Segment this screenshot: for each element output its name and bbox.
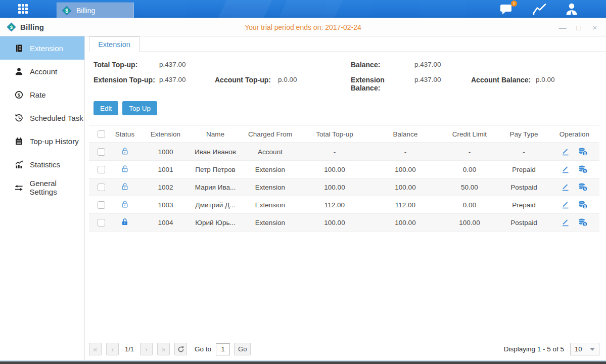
calendar-icon [15, 137, 23, 146]
total-topup-cell: 100.00 [299, 166, 370, 173]
operation-cell: $ [549, 183, 599, 192]
row-checkbox[interactable] [98, 166, 105, 173]
select-all-checkbox[interactable] [98, 130, 105, 138]
sidebar-item-account[interactable]: Account [0, 60, 84, 83]
charged-from-cell: Account [241, 148, 299, 156]
lock-open-icon [121, 147, 129, 155]
pay-type-cell: Prepaid [498, 166, 549, 173]
col-pay-type: Pay Type [498, 130, 549, 138]
credit-limit-cell: - [441, 148, 498, 156]
first-page-button[interactable]: « [89, 343, 102, 355]
messages-icon[interactable]: ! [500, 2, 515, 16]
page-size-value: 10 [575, 345, 582, 353]
edit-icon[interactable] [561, 201, 570, 209]
balance-value: p.437.00 [414, 61, 471, 69]
top-up-coins-icon[interactable]: $ [578, 147, 588, 156]
next-page-button[interactable]: › [140, 343, 153, 355]
go-button[interactable]: Go [234, 343, 251, 355]
bar-chart-icon [15, 160, 23, 169]
history-clock-icon [15, 114, 23, 122]
row-checkbox[interactable] [98, 219, 105, 226]
top-up-coins-icon[interactable]: $ [578, 165, 588, 174]
balance-label: Balance: [351, 61, 414, 69]
sidebar-item-label: Account [30, 67, 57, 76]
lock-closed-icon [121, 218, 129, 226]
col-operation: Operation [549, 130, 599, 138]
sidebar-item-scheduled-task[interactable]: Scheduled Task [0, 106, 84, 129]
user-account-icon[interactable] [565, 2, 580, 16]
reports-chart-icon[interactable] [532, 2, 547, 16]
svg-text:$: $ [65, 8, 68, 14]
edit-icon[interactable] [561, 183, 570, 192]
credit-limit-cell: 0.00 [441, 201, 498, 209]
topbar-decoration [218, 0, 272, 18]
app-grid-icon[interactable] [18, 4, 28, 14]
lock-open-icon [121, 165, 129, 173]
prev-page-button[interactable]: ‹ [106, 343, 119, 355]
col-name: Name [190, 130, 241, 138]
screen-edge [0, 361, 606, 364]
name-cell: Юрий Юрь... [190, 219, 241, 226]
credit-limit-cell: 0.00 [441, 166, 498, 173]
balance-cell: 100.00 [370, 184, 441, 191]
account-balance-label: Account Balance: [471, 76, 536, 92]
account-balance-value: p.0.00 [536, 76, 606, 92]
sidebar-item-topup-history[interactable]: Top-up History [0, 129, 84, 153]
table-row: 1002 Мария Ива... Extension 100.00 100.0… [89, 178, 599, 196]
topbar-decoration [279, 0, 343, 18]
maximize-button[interactable]: □ [575, 23, 583, 32]
person-icon [565, 2, 579, 16]
top-up-coins-icon[interactable]: $ [578, 200, 588, 209]
total-topup-cell: 112.00 [299, 201, 370, 209]
charged-from-cell: Extension [241, 184, 299, 191]
refresh-button[interactable] [174, 343, 187, 355]
last-page-button[interactable]: » [157, 343, 170, 355]
row-checkbox[interactable] [98, 201, 105, 209]
window-title-bar: $ Billing Your trial period ends on: 201… [0, 18, 606, 36]
svg-text:$: $ [18, 92, 21, 98]
top-up-coins-icon[interactable]: $ [578, 218, 588, 227]
pay-type-cell: Postpaid [498, 219, 549, 226]
col-credit-limit: Credit Limit [441, 130, 498, 138]
row-checkbox[interactable] [98, 184, 105, 191]
tab-extension[interactable]: Extension [89, 36, 139, 52]
sidebar-item-rate[interactable]: $ Rate [0, 83, 84, 106]
credit-limit-cell: 50.00 [441, 184, 498, 191]
top-up-button[interactable]: Top Up [122, 101, 157, 115]
col-status: Status [108, 130, 142, 138]
edit-icon[interactable] [561, 148, 570, 156]
page-size-select[interactable]: 10 [570, 343, 599, 355]
balance-summary: Total Top-up: p.437.00 Balance: p.437.00… [89, 61, 606, 92]
edit-icon[interactable] [561, 165, 570, 174]
sidebar-item-general-settings[interactable]: General Settings [0, 176, 84, 199]
caret-down-icon [590, 348, 595, 351]
close-button[interactable]: × [591, 23, 599, 32]
extension-cell: 1000 [142, 148, 190, 156]
table-row: 1000 Иван Иванов Account - - - - [89, 143, 599, 161]
page-indicator: 1/1 [125, 345, 134, 353]
goto-page-input[interactable] [216, 343, 230, 355]
sidebar-item-statistics[interactable]: Statistics [0, 153, 84, 176]
row-checkbox[interactable] [98, 148, 105, 156]
sidebar: Extension Account $ Rate Scheduled Task [0, 36, 85, 360]
name-cell: Петр Петров [190, 166, 241, 173]
total-topup-label: Total Top-up: [94, 61, 159, 69]
sidebar-item-label: Top-up History [30, 137, 79, 146]
operation-cell: $ [549, 147, 599, 156]
name-cell: Дмитрий Д... [190, 201, 241, 209]
minimize-button[interactable]: — [558, 23, 567, 32]
lock-open-icon [121, 200, 129, 208]
sidebar-item-label: Rate [30, 90, 46, 99]
topbar-tab-label: Billing [76, 7, 95, 15]
svg-text:$: $ [584, 205, 586, 209]
edit-button[interactable]: Edit [94, 101, 118, 115]
balance-cell: 100.00 [370, 166, 441, 173]
swap-arrows-icon [15, 184, 23, 192]
extension-balance-label: Extension Balance: [351, 76, 414, 92]
top-up-coins-icon[interactable]: $ [578, 183, 588, 192]
edit-icon[interactable] [561, 218, 570, 227]
svg-text:$: $ [584, 169, 586, 173]
topbar-tab-billing[interactable]: $ Billing [57, 3, 134, 18]
sidebar-item-extension[interactable]: Extension [0, 36, 84, 60]
person-icon [15, 67, 23, 76]
